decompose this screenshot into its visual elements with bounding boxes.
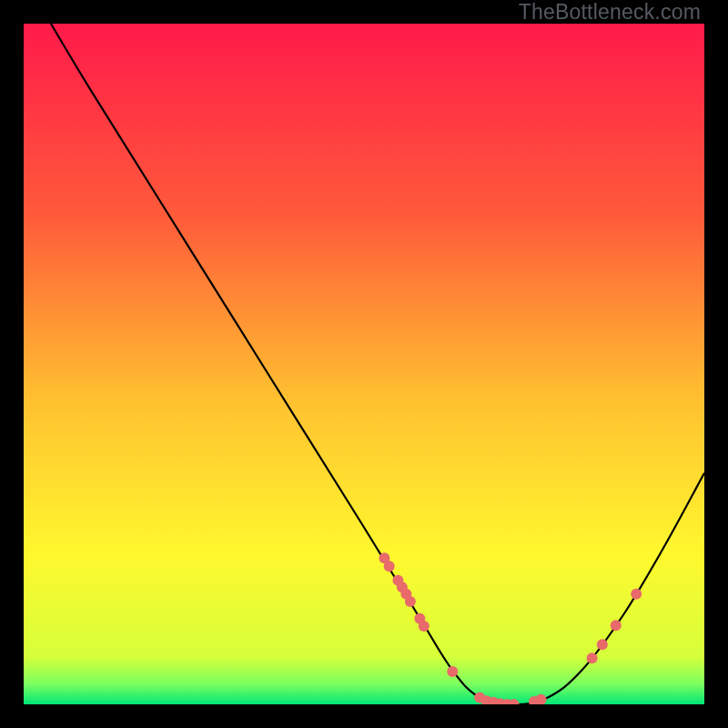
watermark-text: TheBottleneck.com: [519, 0, 701, 25]
chart-frame: [24, 24, 704, 704]
gradient-background: [24, 24, 704, 704]
data-point: [587, 652, 598, 663]
data-point: [597, 639, 608, 650]
data-point: [405, 596, 416, 607]
data-point: [384, 561, 395, 571]
chart-svg: [24, 24, 704, 704]
data-point: [447, 666, 458, 677]
data-point: [611, 620, 622, 631]
data-point: [631, 589, 642, 600]
data-point: [419, 621, 430, 632]
